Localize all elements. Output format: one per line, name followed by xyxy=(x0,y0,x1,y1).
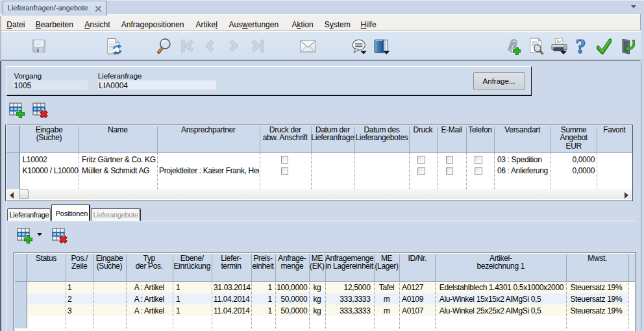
svg-text:?: ? xyxy=(576,38,586,55)
